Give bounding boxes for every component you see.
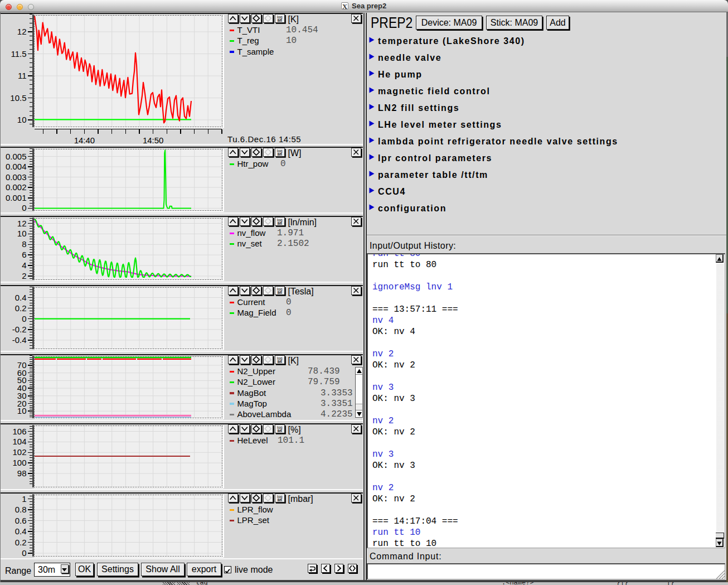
- svg-text:11.5: 11.5: [11, 49, 26, 59]
- svg-text:0.2: 0.2: [15, 303, 27, 313]
- svg-text:4: 4: [22, 260, 26, 270]
- svg-text:10.5: 10.5: [10, 93, 26, 103]
- svg-text:10: 10: [17, 406, 27, 415]
- svg-text:11: 11: [18, 71, 27, 80]
- svg-text:98: 98: [17, 468, 27, 478]
- svg-text:10: 10: [17, 229, 27, 238]
- svg-text:0: 0: [22, 203, 26, 212]
- svg-text:0.4: 0.4: [15, 293, 27, 302]
- svg-text:0.8: 0.8: [15, 505, 27, 514]
- svg-text:10: 10: [17, 115, 27, 124]
- svg-text:100: 100: [12, 458, 26, 467]
- svg-text:0.003: 0.003: [6, 172, 27, 182]
- svg-text:0: 0: [22, 548, 26, 558]
- svg-text:104: 104: [12, 437, 26, 446]
- svg-text:0.6: 0.6: [15, 516, 27, 525]
- svg-text:0.002: 0.002: [6, 182, 27, 192]
- svg-text:1: 1: [22, 494, 26, 504]
- svg-text:0.2: 0.2: [15, 538, 27, 547]
- svg-text:-0.4: -0.4: [12, 335, 27, 345]
- svg-text:0.4: 0.4: [15, 526, 27, 536]
- svg-text:0.005: 0.005: [6, 152, 27, 161]
- svg-text:6: 6: [22, 250, 26, 259]
- svg-text:2: 2: [22, 271, 26, 281]
- svg-text:106: 106: [12, 427, 26, 436]
- svg-text:0.001: 0.001: [6, 193, 27, 202]
- svg-text:-0.2: -0.2: [12, 325, 27, 334]
- svg-text:14:40: 14:40: [74, 136, 95, 145]
- svg-text:0: 0: [22, 314, 26, 323]
- svg-text:0.004: 0.004: [6, 162, 27, 171]
- svg-text:8: 8: [22, 239, 26, 249]
- svg-text:12: 12: [17, 219, 27, 228]
- svg-text:12: 12: [17, 27, 27, 36]
- svg-text:14:50: 14:50: [143, 136, 164, 145]
- svg-text:102: 102: [12, 447, 26, 457]
